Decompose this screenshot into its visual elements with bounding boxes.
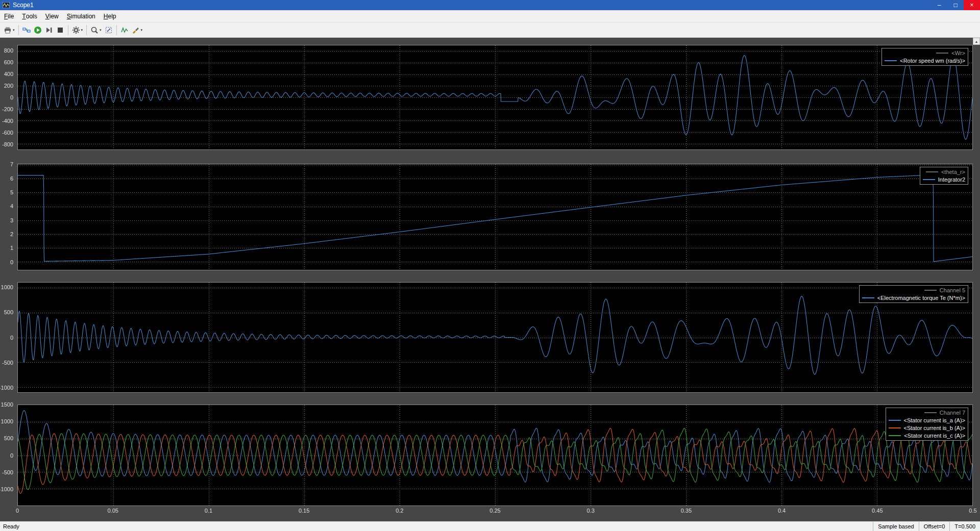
legend-label: <Stator current is_c (A)> (904, 433, 965, 439)
print-button[interactable]: ▾ (2, 24, 16, 36)
legend-line-sample (885, 60, 897, 61)
window-title: Scope1 (13, 0, 34, 10)
theta-plot-canvas[interactable] (18, 164, 972, 270)
y-tick-label: -500 (2, 360, 13, 366)
torque-plot-legend[interactable]: Channel 5<Electromagnetic torque Te (N*m… (859, 285, 968, 303)
torque-plot-canvas[interactable] (18, 283, 972, 392)
step-forward-icon (45, 26, 53, 34)
toolbar: ▾ (0, 22, 980, 38)
legend-label: <Stator current is_a (A)> (904, 417, 965, 423)
x-tick-label: 0.2 (396, 508, 403, 514)
y-tick-label: 1000 (1, 284, 13, 290)
highlight-simulink-block-button[interactable] (21, 24, 32, 36)
status-text: Ready (0, 522, 873, 531)
zoom-button[interactable]: ▾ (89, 24, 103, 36)
x-tick-label: 0.45 (872, 508, 883, 514)
y-tick-label: 0 (10, 259, 13, 265)
y-tick-label: 1000 (1, 418, 13, 424)
x-tick-label: 0.05 (107, 508, 118, 514)
y-tick-label: 800 (4, 47, 13, 54)
y-tick-label: -600 (2, 130, 13, 136)
legend-line-sample (889, 427, 901, 428)
status-time: T=0.500 (949, 522, 980, 531)
x-tick-label: 0.3 (587, 508, 595, 514)
y-tick-label: 0 (10, 335, 13, 341)
close-button[interactable]: × (964, 0, 980, 10)
x-tick-label: 0.35 (681, 508, 692, 514)
legend-line-sample (926, 171, 938, 172)
y-tick-label: -200 (2, 106, 13, 112)
y-tick-label: -800 (2, 141, 13, 147)
legend-label: <theta_r> (941, 169, 965, 175)
menu-simulation[interactable]: Simulation (63, 10, 100, 22)
status-offset: Offset=0 (919, 522, 950, 531)
menu-file[interactable]: File (0, 10, 18, 22)
legend-line-sample (889, 435, 901, 436)
x-tick-label: 0 (16, 508, 19, 514)
stepping-options-button[interactable]: ▾ (70, 24, 85, 36)
y-tick-label: 4 (10, 203, 13, 209)
y-tick-label: 1 (10, 245, 13, 251)
signal-statistics-button[interactable] (119, 24, 130, 36)
magnifier-icon (90, 26, 99, 34)
y-tick-label: 0 (10, 452, 13, 459)
legend-label: <Wr> (951, 50, 965, 56)
legend-label: Integrator2 (938, 176, 965, 183)
stop-icon (56, 26, 64, 34)
scope-window-icon (3, 2, 11, 9)
toolbar-separator (86, 25, 87, 35)
y-tick-label: -1000 (0, 385, 13, 391)
titlebar[interactable]: Scope1 – □ × (0, 0, 980, 10)
style-button[interactable]: ▾ (130, 24, 144, 36)
gear-icon (72, 26, 80, 34)
y-tick-label: 500 (4, 309, 13, 315)
fit-to-view-button[interactable] (103, 24, 114, 36)
legend-line-sample (924, 290, 937, 291)
dropdown-arrow-icon: ▾ (13, 28, 15, 32)
menu-help[interactable]: Help (100, 10, 120, 22)
stator-currents-plot-legend[interactable]: Channel 7<Stator current is_a (A)><Stato… (886, 408, 968, 441)
y-tick-label: 6 (10, 175, 13, 182)
legend-entry: <theta_r> (923, 168, 965, 175)
x-tick-label: 0.5 (969, 508, 976, 514)
menu-bar: FileToolsViewSimulationHelp (0, 10, 980, 22)
y-tick-label: 2 (10, 231, 13, 237)
rotor-speed-plot-legend[interactable]: <Wr><Rotor speed wm (rad/s)> (881, 48, 968, 66)
y-axis-labels: 150010005000-500-1000 (0, 404, 15, 506)
stator-currents-plot-canvas[interactable] (18, 405, 972, 505)
y-tick-label: 200 (4, 83, 13, 89)
run-icon (34, 26, 42, 34)
theta-plot-legend[interactable]: <theta_r>Integrator2 (920, 167, 968, 185)
waveform-icon (120, 26, 129, 34)
y-tick-label: 600 (4, 59, 13, 65)
y-axis-labels: 8006004002000-200-400-600-800 (0, 45, 15, 150)
toolbar-separator (116, 25, 117, 35)
menu-view[interactable]: View (41, 10, 63, 22)
run-button[interactable] (32, 24, 43, 36)
stop-button[interactable] (55, 24, 66, 36)
legend-entry: <Wr> (885, 49, 965, 57)
legend-entry: Channel 7 (889, 409, 965, 416)
legend-label: <Rotor speed wm (rad/s)> (900, 58, 965, 64)
step-forward-button[interactable] (43, 24, 55, 36)
menu-tools[interactable]: Tools (18, 10, 41, 22)
legend-line-sample (862, 297, 874, 298)
maximize-button[interactable]: □ (947, 0, 964, 10)
y-tick-label: 1500 (1, 401, 13, 408)
plot-area: 8006004002000-200-400-600-800<Wr><Rotor … (0, 38, 980, 521)
y-tick-label: -1000 (0, 486, 13, 492)
minimize-button[interactable]: – (931, 0, 947, 10)
legend-entry: Channel 5 (862, 286, 965, 294)
x-tick-label: 0.4 (778, 508, 786, 514)
scroll-up-button[interactable]: ▲ (973, 38, 980, 45)
plots-container: 8006004002000-200-400-600-800<Wr><Rotor … (17, 45, 973, 506)
legend-line-sample (924, 412, 937, 413)
dropdown-arrow-icon: ▾ (100, 28, 102, 32)
y-axis-labels: 76543210 (0, 164, 15, 270)
rotor-speed-plot-canvas[interactable] (18, 45, 972, 149)
x-tick-label: 0.25 (489, 508, 500, 514)
stator-currents-plot: 150010005000-500-1000Channel 7<Stator cu… (17, 404, 973, 506)
theta-plot-box: <theta_r>Integrator2 (17, 164, 973, 270)
legend-line-sample (923, 179, 935, 180)
legend-entry: <Stator current is_a (A)> (889, 416, 965, 424)
